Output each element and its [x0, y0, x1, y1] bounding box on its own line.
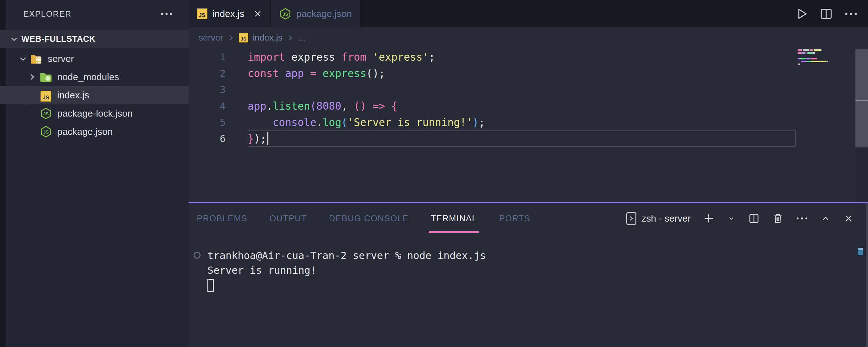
terminal-line: Server is running! [189, 263, 868, 278]
close-panel-icon[interactable] [843, 213, 854, 224]
nodejs-file-icon: JS [279, 7, 291, 20]
breadcrumb-file[interactable]: index.js [253, 33, 282, 43]
editor-tab-bar: JSindex.jsJSpackage.json [189, 0, 868, 27]
terminal-output[interactable]: trankhoa@Air-cua-Tran-2 server % node in… [189, 233, 868, 292]
terminal-icon [626, 212, 637, 225]
split-editor-icon[interactable] [819, 7, 833, 21]
workspace-label: WEB-FULLSTACK [21, 34, 96, 44]
minimap[interactable] [798, 49, 854, 66]
line-number: 4 [189, 100, 248, 112]
overview-ruler-mark [856, 100, 868, 101]
explorer-more-actions-icon[interactable] [160, 12, 173, 16]
terminal-instance-label: zsh - server [642, 213, 691, 224]
editor-actions [795, 0, 868, 27]
tab-label: package.json [296, 8, 352, 19]
bottom-panel: PROBLEMSOUTPUTDEBUG CONSOLETERMINALPORTS… [189, 202, 868, 347]
nodejs-file-icon: JS [40, 125, 52, 138]
chevron-right-icon [28, 72, 37, 82]
terminal-scrollbar-dot[interactable] [858, 248, 863, 255]
breadcrumb-symbol[interactable]: ... [298, 33, 306, 43]
close-tab-icon[interactable] [253, 9, 262, 18]
code-line-6[interactable]: 6}); [189, 130, 868, 147]
terminal-more-actions-icon[interactable] [796, 217, 808, 220]
chevron-right-icon [227, 34, 235, 42]
kill-terminal-trash-icon[interactable] [772, 213, 784, 224]
vscode-window: EXPLORER WEB-FULLSTACK servernode_module… [0, 0, 868, 347]
code-line-2[interactable]: 2const app = express(); [189, 65, 868, 82]
tree-item-package-lock.json[interactable]: JSpackage-lock.json [0, 104, 189, 123]
chevron-down-icon [18, 54, 28, 63]
chevron-right-icon [287, 34, 294, 42]
editor-scrollbar-thumb[interactable] [856, 49, 868, 148]
current-line-highlight [248, 130, 796, 147]
terminal-instance-chip[interactable]: zsh - server [626, 212, 691, 225]
panel-tab-output[interactable]: OUTPUT [269, 203, 307, 233]
server-folder-icon [30, 53, 43, 65]
line-number: 6 [189, 133, 248, 144]
breadcrumb-folder[interactable]: server [198, 33, 223, 43]
tree-item-server[interactable]: server [0, 50, 189, 68]
svg-text:JS: JS [282, 11, 288, 17]
terminal-cursor [208, 279, 214, 292]
panel-header: PROBLEMSOUTPUTDEBUG CONSOLETERMINALPORTS… [189, 203, 868, 233]
workspace-root-row[interactable]: WEB-FULLSTACK [0, 30, 189, 48]
line-number: 3 [189, 84, 248, 95]
code-line-3[interactable]: 3 [189, 82, 868, 98]
terminal-line: trankhoa@Air-cua-Tran-2 server % node in… [189, 248, 868, 263]
code-line-5[interactable]: 5 console.log('Server is running!'); [189, 114, 868, 130]
launch-profile-chevron-down-icon[interactable] [726, 214, 736, 223]
line-number: 1 [189, 51, 248, 63]
tree-item-package.json[interactable]: JSpackage.json [0, 123, 189, 141]
split-terminal-icon[interactable] [748, 213, 760, 224]
node-modules-folder-icon [40, 71, 52, 83]
chevron-down-icon [9, 34, 19, 44]
panel-tab-debug-console[interactable]: DEBUG CONSOLE [329, 203, 409, 233]
editor-tab-package.json[interactable]: JSpackage.json [271, 0, 360, 27]
js-file-icon: JS [40, 91, 51, 101]
js-file-icon: JS [197, 8, 208, 19]
explorer-sidebar: EXPLORER WEB-FULLSTACK servernode_module… [6, 0, 189, 347]
tree-item-node_modules[interactable]: node_modules [0, 68, 189, 86]
tree-item-label: node_modules [57, 72, 119, 82]
code-line-4[interactable]: 4app.listen(8080, () => { [189, 98, 868, 114]
explorer-header: EXPLORER [6, 0, 189, 28]
file-tree: servernode_modulesJSindex.jsJSpackage-lo… [6, 50, 189, 141]
nodejs-file-icon: JS [40, 107, 52, 120]
editor-tab-index.js[interactable]: JSindex.js [189, 0, 270, 27]
svg-text:JS: JS [43, 111, 49, 116]
code-line-1[interactable]: 1import express from 'express'; [189, 49, 868, 65]
tree-item-label: index.js [57, 90, 89, 101]
code-editor[interactable]: 1import express from 'express';2const ap… [189, 48, 868, 202]
panel-tab-terminal[interactable]: TERMINAL [431, 203, 477, 233]
maximize-panel-chevron-up-icon[interactable] [820, 213, 831, 224]
close-icon[interactable] [253, 9, 262, 18]
tree-item-index.js[interactable]: JSindex.js [0, 86, 189, 104]
run-file-icon[interactable] [795, 7, 808, 21]
tree-item-label: package.json [57, 126, 113, 137]
panel-tab-problems[interactable]: PROBLEMS [197, 203, 247, 233]
tree-indent-guide [27, 68, 27, 147]
explorer-title: EXPLORER [23, 9, 72, 19]
terminal-cursor-line [189, 278, 868, 292]
editor-more-actions-icon[interactable] [844, 12, 858, 16]
editor-group: JSindex.jsJSpackage.json server JS index… [189, 0, 868, 202]
tree-item-label: server [48, 54, 74, 64]
line-number: 5 [189, 117, 248, 128]
panel-tab-ports[interactable]: PORTS [499, 203, 530, 233]
breadcrumb: server JS index.js ... [189, 27, 868, 48]
new-terminal-icon[interactable] [703, 213, 715, 224]
svg-text:JS: JS [43, 129, 49, 134]
tree-item-label: package-lock.json [57, 108, 133, 119]
line-number: 2 [189, 68, 248, 79]
terminal-controls: zsh - server [626, 212, 868, 225]
tab-label: index.js [212, 8, 245, 19]
js-file-icon: JS [239, 33, 248, 42]
command-decoration-icon [193, 251, 201, 259]
